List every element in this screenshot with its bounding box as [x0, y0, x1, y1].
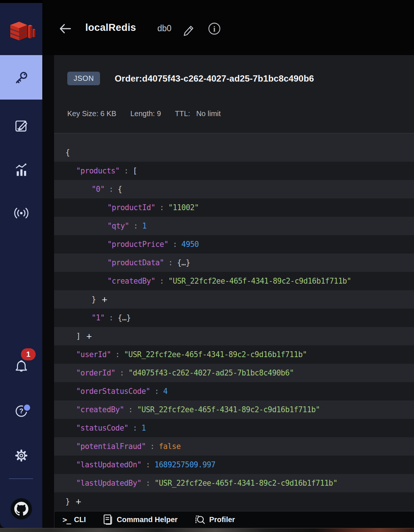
- json-colon: :: [150, 387, 163, 396]
- add-item-button[interactable]: +: [76, 497, 81, 506]
- json-brace: {: [65, 148, 70, 157]
- sidebar-item-help[interactable]: ?: [0, 396, 42, 425]
- json-key: "userId": [76, 350, 111, 359]
- json-boolean-value: false: [159, 442, 181, 451]
- json-row[interactable]: "products" : [: [54, 162, 414, 180]
- profiler-button[interactable]: Profiler: [194, 514, 235, 525]
- json-colon: :: [119, 166, 133, 175]
- json-row[interactable]: ]+: [54, 327, 414, 345]
- json-brace: {…}: [118, 313, 131, 322]
- json-colon: :: [155, 203, 168, 212]
- json-string-value: "d4075f43-c262-4027-ad25-7b1bc8c490b6": [128, 369, 294, 377]
- json-number-value: 1689257509.997: [154, 460, 215, 469]
- json-key: "createdBy": [107, 277, 155, 285]
- json-colon: :: [115, 369, 129, 377]
- notification-badge: 1: [21, 348, 36, 360]
- gear-icon: [13, 447, 30, 464]
- json-row[interactable]: "lastUpdatedOn" : 1689257509.997: [54, 456, 414, 474]
- json-row[interactable]: "statusCode" : 1: [54, 419, 414, 437]
- info-icon[interactable]: i: [207, 21, 222, 36]
- json-key: "productId": [107, 203, 155, 212]
- key-details-panel: JSON Order:d4075f43-c262-4027-ad25-7b1bc…: [54, 55, 414, 511]
- sidebar-item-workbench[interactable]: [0, 111, 42, 140]
- json-row[interactable]: "productId" : "11002": [54, 198, 414, 217]
- json-row[interactable]: "potentialFraud" : false: [54, 437, 414, 456]
- json-colon: :: [142, 479, 155, 488]
- key-type-badge: JSON: [67, 72, 100, 85]
- json-row[interactable]: "lastUpdatedBy" : "USR_22fcf2ee-465f-434…: [54, 474, 414, 492]
- help-notification-dot: [23, 403, 31, 412]
- json-row[interactable]: }+: [54, 492, 414, 511]
- json-row[interactable]: "orderStatusCode" : 4: [54, 382, 414, 400]
- json-colon: :: [124, 405, 137, 414]
- json-key: "lastUpdatedOn": [76, 460, 142, 469]
- json-row[interactable]: "0" : {: [54, 180, 414, 198]
- workbench-icon: [13, 117, 30, 134]
- json-row[interactable]: "createdBy" : "USR_22fcf2ee-465f-4341-89…: [54, 400, 414, 419]
- redis-logo-icon[interactable]: [0, 15, 42, 48]
- connection-name: localRedis: [85, 22, 136, 33]
- json-colon: :: [105, 185, 118, 194]
- svg-text:i: i: [213, 25, 215, 33]
- json-key: "orderStatusCode": [76, 387, 150, 396]
- bell-icon: [13, 358, 30, 375]
- json-string-value: "USR_22fcf2ee-465f-4341-89c2-c9d16b1f711…: [124, 350, 307, 359]
- json-string-value: "USR_22fcf2ee-465f-4341-89c2-c9d16b1f711…: [168, 277, 351, 285]
- json-colon: :: [155, 277, 168, 285]
- json-row[interactable]: "userId" : "USR_22fcf2ee-465f-4341-89c2-…: [54, 345, 414, 364]
- json-colon: :: [164, 258, 177, 267]
- sidebar-item-settings[interactable]: [0, 441, 42, 470]
- json-string-value: "USR_22fcf2ee-465f-4341-89c2-c9d16b1f711…: [154, 479, 337, 488]
- json-row[interactable]: "qty" : 1: [54, 217, 414, 235]
- back-arrow-icon[interactable]: [58, 21, 72, 36]
- json-brace: {…}: [177, 258, 190, 267]
- add-item-button[interactable]: +: [86, 331, 92, 341]
- key-name[interactable]: Order:d4075f43-c262-4027-ad25-7b1bc8c490…: [115, 73, 314, 84]
- json-row[interactable]: "productData" : {…}: [54, 254, 414, 272]
- key-length: Length: 9: [130, 109, 161, 118]
- json-key: "1": [92, 313, 105, 322]
- bottom-toolbar: >_ CLI Command Helper: [54, 511, 414, 528]
- json-key: "orderId": [76, 369, 115, 377]
- json-colon: :: [105, 313, 118, 322]
- json-string-value: "11002": [168, 203, 199, 212]
- desktop-wallpaper-strip: [0, 528, 414, 532]
- content-gutter: [42, 55, 54, 528]
- json-key: "qty": [107, 222, 129, 230]
- json-row[interactable]: "1" : {…}: [54, 309, 414, 327]
- sidebar-divider: [9, 478, 33, 479]
- command-helper-button[interactable]: Command Helper: [103, 514, 178, 526]
- json-number-value: 1: [142, 424, 146, 432]
- key-icon: [13, 69, 30, 86]
- sidebar: 1 ?: [0, 3, 42, 528]
- json-brace: [: [133, 166, 137, 175]
- json-number-value: 4: [163, 387, 168, 396]
- svg-text:?: ?: [19, 407, 23, 415]
- database-label: db0: [157, 24, 171, 33]
- cli-button[interactable]: >_ CLI: [63, 515, 86, 524]
- add-item-button[interactable]: +: [102, 295, 107, 304]
- json-top-spacer: [54, 133, 414, 143]
- header: localRedis db0 i: [42, 0, 414, 55]
- json-row[interactable]: "productPrice" : 4950: [54, 235, 414, 254]
- json-colon: :: [168, 240, 182, 249]
- sidebar-item-github[interactable]: [0, 494, 42, 524]
- json-key: "lastUpdatedBy": [76, 479, 142, 488]
- analytics-chart-icon: [13, 162, 30, 179]
- json-key: "products": [76, 166, 119, 175]
- json-brace: }: [65, 497, 70, 506]
- sidebar-item-pubsub[interactable]: [0, 198, 42, 228]
- sidebar-item-analytics[interactable]: [0, 155, 42, 185]
- json-colon: :: [111, 350, 124, 359]
- json-row[interactable]: "orderId" : "d4075f43-c262-4027-ad25-7b1…: [54, 364, 414, 382]
- json-row[interactable]: }+: [54, 290, 414, 309]
- json-row[interactable]: "createdBy" : "USR_22fcf2ee-465f-4341-89…: [54, 272, 414, 290]
- json-key: "productData": [107, 258, 164, 267]
- redisinsight-window: 1 ?: [0, 0, 414, 532]
- edit-pencil-icon[interactable]: [181, 21, 197, 37]
- key-ttl[interactable]: TTL: No limit: [175, 109, 221, 118]
- json-brace: ]: [76, 332, 81, 341]
- json-colon: :: [142, 460, 155, 469]
- json-row[interactable]: {: [54, 143, 414, 162]
- sidebar-item-browser[interactable]: [0, 55, 42, 100]
